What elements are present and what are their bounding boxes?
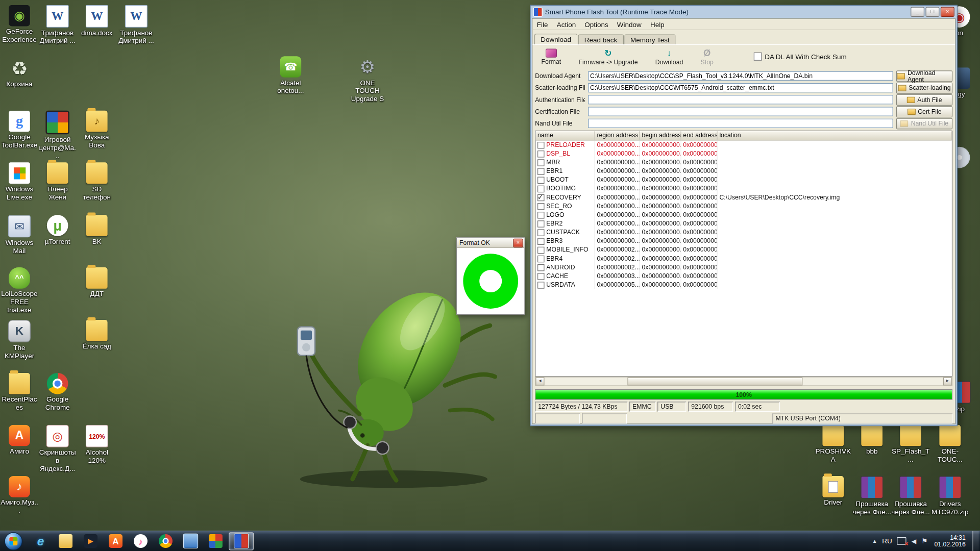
desktop-icon[interactable]: SD телефон — [78, 162, 116, 201]
row-checkbox[interactable] — [537, 282, 544, 288]
table-row[interactable]: DSP_BL 0x000000000... 0x000000000... 0x0… — [535, 149, 952, 158]
desktop-icon[interactable]: dima.docx — [78, 5, 116, 37]
menu-item[interactable]: Action — [552, 20, 580, 29]
table-row[interactable]: PRELOADER 0x000000000... 0x000000000... … — [535, 141, 952, 149]
file-browse-button[interactable]: Cert File — [896, 106, 952, 117]
file-path-input[interactable] — [588, 119, 893, 128]
row-checkbox[interactable] — [537, 141, 544, 148]
volume-icon[interactable]: ◀ — [912, 538, 916, 544]
stop-button[interactable]: Ø Stop — [701, 48, 714, 65]
desktop-icon[interactable]: Google ToolBar.exe — [0, 111, 39, 149]
menu-item[interactable]: Window — [612, 20, 646, 29]
desktop-icon[interactable]: LoiLoScope FREE trial.exe — [0, 267, 39, 314]
table-row[interactable]: RECOVERY 0x000000000... 0x000000000... 0… — [535, 193, 952, 202]
desktop-icon[interactable]: Alcohol 120% — [78, 425, 116, 465]
desktop-icon[interactable]: Плеер Женя — [38, 162, 77, 201]
taskbar-app-button[interactable] — [179, 533, 203, 549]
column-header-location[interactable]: location — [718, 131, 952, 140]
table-row[interactable]: UBOOT 0x000000000... 0x000000000... 0x00… — [535, 176, 952, 184]
table-row[interactable]: LOGO 0x000000000... 0x000000000... 0x000… — [535, 211, 952, 219]
row-checkbox[interactable] — [537, 185, 544, 192]
tab[interactable]: Download — [534, 34, 577, 44]
table-row[interactable]: MBR 0x000000000... 0x000000000... 0x0000… — [535, 158, 952, 167]
close-button[interactable]: × — [941, 7, 954, 17]
desktop-icon[interactable]: Windows Live.exe — [0, 162, 39, 201]
taskbar-app-button[interactable] — [104, 533, 128, 549]
desktop-icon[interactable]: ДДТ — [78, 267, 116, 298]
table-row[interactable]: EBR1 0x000000000... 0x000000000... 0x000… — [535, 167, 952, 176]
desktop-icon[interactable]: RecentPlaces — [0, 373, 39, 412]
desktop-icon[interactable]: Игровой центр@Ma... — [38, 111, 77, 160]
language-indicator[interactable]: RU — [882, 537, 892, 545]
row-checkbox[interactable] — [537, 150, 544, 157]
scroll-right-arrow-icon[interactable]: ► — [943, 378, 952, 386]
horizontal-scrollbar[interactable]: ◄ ► — [535, 377, 952, 386]
taskbar-app-button[interactable] — [204, 533, 228, 549]
clock[interactable]: 14:31 01.02.2016 — [935, 534, 966, 548]
row-checkbox[interactable] — [537, 255, 544, 262]
desktop-icon[interactable]: Трифанов Дмитрий ... — [117, 5, 156, 45]
desktop-icon[interactable]: bbb — [852, 425, 891, 456]
column-header-region[interactable]: region address — [595, 131, 640, 140]
desktop-icon[interactable]: The KMPlayer — [0, 320, 39, 360]
tab[interactable]: Memory Test — [624, 34, 676, 44]
format-ok-titlebar[interactable]: Format OK × — [457, 238, 524, 248]
column-header-begin[interactable]: begin address — [640, 131, 681, 140]
scrollbar-thumb[interactable] — [628, 378, 803, 386]
table-row[interactable]: SEC_RO 0x000000000... 0x000000000... 0x0… — [535, 202, 952, 211]
file-browse-button[interactable]: Auth File — [896, 94, 952, 105]
row-checkbox[interactable] — [537, 229, 544, 236]
desktop-icon[interactable]: Амиго.Муз... — [0, 476, 39, 515]
desktop-icon[interactable]: BK — [78, 215, 116, 245]
desktop-icon[interactable]: Трифанов Дмитрий ... — [38, 5, 77, 45]
desktop-icon[interactable]: ONE TOUCH Upgrade S ... — [348, 56, 387, 103]
maximize-button[interactable]: □ — [925, 7, 939, 17]
desktop-icon[interactable]: Корзина — [0, 58, 39, 88]
table-row[interactable]: MOBILE_INFO 0x000000002... 0x000000000..… — [535, 245, 952, 254]
taskbar-app-button[interactable] — [154, 533, 178, 549]
row-checkbox[interactable] — [537, 220, 544, 227]
desktop-icon[interactable]: Прошивка через Фле... — [891, 476, 930, 516]
da-dl-checksum-option[interactable]: DA DL All With Check Sum — [753, 53, 846, 61]
row-checkbox[interactable] — [537, 168, 544, 174]
column-header-end[interactable]: end address — [681, 131, 718, 140]
table-row[interactable]: USRDATA 0x000000005... 0x000000000... 0x… — [535, 281, 952, 289]
desktop-icon[interactable]: SP_Flash_T... — [891, 425, 930, 464]
table-row[interactable]: CACHE 0x000000003... 0x000000000... 0x00… — [535, 272, 952, 281]
file-browse-button[interactable]: Download Agent — [896, 70, 952, 82]
desktop-icon[interactable]: Ёлка сад — [78, 320, 116, 350]
taskbar-app-button[interactable] — [79, 533, 103, 549]
start-button[interactable] — [5, 532, 23, 550]
row-checkbox[interactable] — [537, 159, 544, 166]
taskbar-app-button[interactable] — [129, 533, 153, 549]
file-browse-button[interactable]: Nand Util File — [896, 118, 952, 129]
file-path-input[interactable] — [588, 83, 893, 92]
desktop-icon[interactable]: GeForce Experience — [0, 5, 39, 44]
taskbar-app-button[interactable] — [29, 533, 53, 549]
hidden-icons-chevron-icon[interactable]: ▲ — [872, 538, 877, 544]
action-center-flag-icon[interactable]: ⚑ — [921, 537, 927, 545]
menu-item[interactable]: Options — [580, 20, 613, 29]
row-checkbox[interactable] — [537, 203, 544, 209]
desktop-icon[interactable]: Музыка Вова — [78, 111, 116, 149]
download-button[interactable]: ↓ Download — [655, 48, 683, 65]
tab[interactable]: Read back — [578, 34, 624, 44]
desktop-icon[interactable]: Drivers MTC970.zip — [930, 476, 969, 516]
desktop-icon[interactable]: Google Chrome — [38, 373, 77, 412]
row-checkbox[interactable] — [537, 272, 544, 279]
desktop-icon[interactable]: ONE-TOUC... — [930, 425, 969, 464]
table-row[interactable]: EBR2 0x000000000... 0x000000000... 0x000… — [535, 219, 952, 228]
row-checkbox[interactable] — [537, 264, 544, 270]
menu-item[interactable]: Help — [646, 20, 669, 29]
checksum-checkbox[interactable] — [753, 53, 762, 61]
show-desktop-button[interactable] — [972, 531, 978, 551]
network-icon[interactable] — [897, 537, 906, 545]
column-header-name[interactable]: name — [535, 131, 595, 140]
format-button[interactable]: Format — [541, 48, 561, 65]
row-checkbox[interactable] — [537, 238, 544, 244]
table-row[interactable]: EBR3 0x000000000... 0x000000000... 0x000… — [535, 237, 952, 245]
taskbar-app-button[interactable] — [229, 532, 254, 550]
window-titlebar[interactable]: Smart Phone Flash Tool (Runtime Trace Mo… — [532, 6, 955, 18]
desktop-icon[interactable]: Прошивка через Фле... — [852, 476, 891, 516]
table-row[interactable]: CUSTPACK 0x000000000... 0x000000000... 0… — [535, 228, 952, 237]
